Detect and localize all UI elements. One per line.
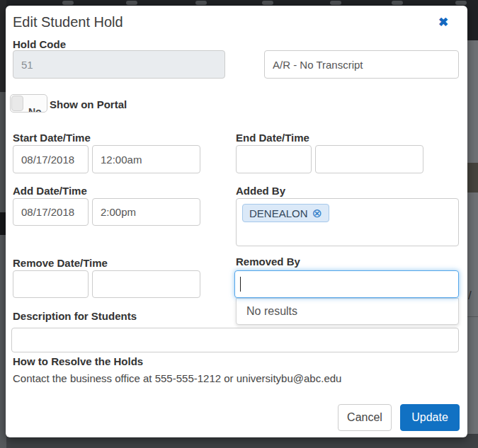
no-results-item[interactable]: No results (237, 299, 458, 324)
start-time-input[interactable] (92, 145, 200, 173)
show-on-portal-toggle[interactable]: No (10, 94, 47, 113)
add-date-input[interactable] (13, 198, 89, 226)
added-by-field[interactable]: DENEALON ⊗ (236, 198, 459, 246)
tag-remove-icon[interactable]: ⊗ (312, 207, 322, 219)
hold-code-label: Hold Code (13, 38, 66, 50)
end-datetime-label: End Date/Time (236, 132, 309, 144)
remove-date-input[interactable] (13, 270, 89, 298)
resolve-heading: How to Resolve the Holds (13, 355, 143, 367)
toolbar-icon (330, 1, 341, 5)
close-icon[interactable]: ✖ (433, 14, 453, 31)
remove-datetime-label: Remove Date/Time (13, 257, 108, 269)
show-on-portal-label: Show on Portal (50, 98, 127, 110)
cancel-button[interactable]: Cancel (338, 404, 392, 431)
start-date-input[interactable] (13, 145, 89, 173)
hold-code-input (13, 50, 225, 79)
backdrop-line (467, 316, 478, 317)
removed-by-label: Removed By (236, 255, 300, 268)
description-input[interactable] (11, 328, 459, 352)
add-time-input[interactable] (92, 198, 200, 226)
start-datetime-label: Start Date/Time (13, 132, 91, 144)
edit-student-hold-dialog: Edit Student Hold ✖ Hold Code No Show on… (6, 6, 467, 437)
tag-label: DENEALON (249, 207, 308, 219)
text-cursor (240, 277, 241, 292)
backdrop-slash: / (468, 289, 472, 303)
toolbar-icon (392, 1, 403, 5)
added-by-label: Added By (236, 185, 285, 197)
toolbar-icon (195, 1, 207, 5)
toggle-state-label: No (28, 106, 42, 113)
added-by-tag: DENEALON ⊗ (242, 204, 329, 222)
toolbar-icon (62, 1, 74, 5)
add-datetime-label: Add Date/Time (13, 185, 87, 197)
toolbar-icon (262, 1, 273, 5)
end-time-input[interactable] (315, 145, 423, 173)
toolbar-icon (126, 1, 137, 5)
hold-name-input[interactable] (264, 50, 459, 79)
update-button[interactable]: Update (400, 404, 460, 431)
remove-time-input[interactable] (92, 270, 200, 298)
dialog-title: Edit Student Hold (13, 14, 123, 30)
removed-by-input[interactable] (234, 270, 459, 298)
resolve-text: Contact the business office at 555-555-1… (13, 372, 341, 384)
end-date-input[interactable] (236, 145, 312, 173)
removed-by-dropdown: No results (236, 298, 459, 325)
toolbar-icon (455, 1, 467, 5)
description-label: Description for Students (13, 310, 137, 322)
toggle-knob (11, 96, 23, 111)
